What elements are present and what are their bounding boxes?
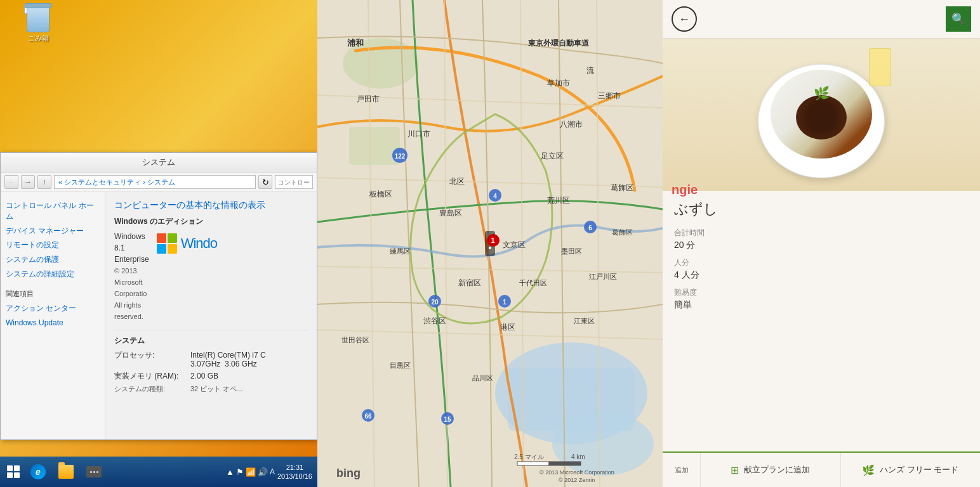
time-meta: 合計時間 20 分 [674, 228, 969, 251]
system-window: システム ← → ↑ « システムとセキュリティ › システム ↻ コントロール… [0, 152, 317, 440]
related-section-title: 関連項目 [6, 289, 100, 299]
windows-logo-text: Windo [181, 235, 217, 252]
plate-container: 🌿 [745, 45, 897, 185]
back-button[interactable]: ← [672, 6, 697, 32]
recipe-photo: 🌿 [663, 39, 980, 191]
svg-text:世田谷区: 世田谷区 [341, 336, 369, 344]
start-icon [7, 465, 20, 478]
desktop-panel: ごみ箱 システム ← → ↑ « システムとセキュリティ › システム ↻ コン… [0, 0, 317, 487]
svg-text:葛飾区: 葛飾区 [611, 183, 633, 192]
recycle-bin-label: ごみ箱 [28, 34, 49, 43]
svg-text:東京外環自動車道: 東京外環自動車道 [528, 39, 590, 48]
edition-text: Windows8.1Enterprise © 2013MicrosoftCorp… [114, 231, 149, 322]
svg-text:新宿区: 新宿区 [458, 278, 481, 287]
svg-text:板橋区: 板橋区 [369, 190, 392, 198]
sidebar-item-windows-update[interactable]: Windows Update [6, 316, 100, 330]
refresh-button[interactable]: ↻ [258, 175, 272, 189]
recipe-footer: 追加 ⊞ 献立プランに追加 🌿 ハンズ フリー モード [663, 451, 980, 487]
network-icon[interactable]: 📶 [246, 467, 256, 477]
svg-text:目黒区: 目黒区 [390, 361, 411, 369]
svg-text:北区: 北区 [449, 177, 465, 186]
sidebar-item-advanced[interactable]: システムの詳細設定 [6, 267, 100, 282]
hands-free-label: ハンズ フリー モード [880, 464, 958, 476]
svg-text:6: 6 [588, 224, 592, 231]
clock-date: 2013/10/16 [277, 472, 312, 480]
svg-text:江東区: 江東区 [574, 317, 595, 325]
garnish: 🌿 [814, 86, 830, 101]
clock[interactable]: 21:31 2013/10/16 [277, 463, 312, 481]
sidebar-item-home[interactable]: コントロール パネル ホーム [6, 198, 100, 224]
svg-text:江戸川区: 江戸川区 [589, 273, 617, 280]
main-heading: コンピューターの基本的な情報の表示 [114, 200, 308, 211]
search-button[interactable]: 🔍 [946, 6, 971, 32]
forward-nav-button[interactable]: → [21, 175, 35, 189]
svg-text:© 2012 Zenrin: © 2012 Zenrin [559, 477, 595, 483]
hands-free-button[interactable]: 🌿 ハンズ フリー モード [841, 453, 981, 487]
flag-systray-icon[interactable]: ⚑ [236, 467, 244, 477]
svg-rect-47 [517, 462, 549, 465]
language-icon[interactable]: A [270, 467, 275, 476]
main-content-area: コンピューターの基本的な情報の表示 Windows のエディション Window… [105, 192, 317, 439]
svg-rect-3 [508, 368, 635, 431]
breadcrumb-text: « システムとセキュリティ › システム [58, 178, 175, 187]
svg-text:足立区: 足立区 [541, 152, 564, 160]
difficulty-value: 簡単 [674, 299, 969, 311]
recipe-meta: 合計時間 20 分 人分 4 人分 難易度 簡単 [674, 228, 969, 311]
up-arrow-icon[interactable]: ▲ [226, 467, 234, 477]
sidebar-item-remote[interactable]: リモートの設定 [6, 238, 100, 252]
svg-text:戸田市: 戸田市 [357, 94, 380, 103]
memory-value: 2.00 GB [190, 372, 218, 380]
system-type-row: システムの種類: 32 ビット オペ... [114, 384, 308, 394]
system-section-header: システム [114, 335, 308, 346]
menu-plan-button[interactable]: ⊞ 献立プランに追加 [701, 453, 841, 487]
difficulty-meta: 難易度 簡単 [674, 287, 969, 311]
svg-text:港区: 港区 [500, 323, 515, 332]
sidebar-item-action-center[interactable]: アクション センター [6, 301, 100, 316]
svg-text:荒川区: 荒川区 [547, 196, 570, 205]
svg-text:66: 66 [364, 413, 372, 420]
drink-glass [869, 48, 891, 86]
svg-text:1: 1 [503, 299, 507, 306]
back-nav-button[interactable]: ← [4, 175, 18, 189]
recipe-title: ぶずし [674, 200, 969, 219]
address-bar[interactable]: « システムとセキュリティ › システム [54, 175, 256, 189]
window-title: システム [142, 157, 175, 168]
taskbar-keyboard-button[interactable] [80, 459, 108, 484]
food: 🌿 [771, 70, 872, 159]
time-value: 20 分 [674, 240, 969, 251]
taskbar-folder-button[interactable] [52, 459, 80, 484]
processor-row: プロセッサ: Intel(R) Core(TM) i7 C3.07GHz 3.0… [114, 350, 308, 368]
cookpad-logo: ngie [672, 183, 698, 197]
nav-bar: ← → ↑ « システムとセキュリティ › システム ↻ [1, 172, 317, 192]
sidebar-item-device-manager[interactable]: デバイス マネージャー [6, 224, 100, 238]
svg-text:20: 20 [431, 299, 439, 306]
search-input[interactable] [275, 175, 313, 189]
svg-text:墨田区: 墨田区 [561, 247, 582, 255]
recipe-image: 🌿 [663, 39, 980, 191]
start-button[interactable] [3, 461, 24, 483]
add-button[interactable]: 追加 [663, 453, 701, 487]
windows-logo: Windo [157, 233, 217, 254]
plate: 🌿 [758, 64, 885, 178]
recycle-bin-icon[interactable]: ごみ箱 [19, 6, 57, 43]
svg-text:4 km: 4 km [571, 453, 585, 460]
up-nav-button[interactable]: ↑ [37, 175, 51, 189]
system-type-label: システムの種類: [114, 384, 190, 394]
taskbar-ie-button[interactable]: e [24, 459, 52, 484]
notification-badge: 1 [487, 234, 500, 247]
svg-text:渋谷区: 渋谷区 [423, 316, 446, 325]
svg-rect-48 [549, 462, 581, 465]
map-panel[interactable]: 浦和 東京外環自動車道 流 草加市 三郷市 戸田市 八潮市 川口市 足立区 葛飾… [317, 0, 663, 487]
recipe-app-panel: ← 🔍 🌿 ngie ぶずし 合計時間 20 [663, 0, 980, 487]
volume-icon[interactable]: 🔊 [258, 467, 268, 477]
servings-meta: 人分 4 人分 [674, 257, 969, 281]
svg-text:© 2013 Microsoft Corporation: © 2013 Microsoft Corporation [540, 469, 614, 476]
sidebar-item-protection[interactable]: システムの保護 [6, 252, 100, 267]
svg-text:八潮市: 八潮市 [560, 120, 583, 129]
folder-icon [58, 465, 74, 479]
svg-text:122: 122 [395, 153, 406, 160]
processor-value: Intel(R) Core(TM) i7 C3.07GHz 3.06 GHz [190, 351, 266, 368]
svg-text:草加市: 草加市 [547, 79, 570, 88]
edition-details: Windows8.1Enterprise © 2013MicrosoftCorp… [114, 231, 149, 322]
system-tray: ▲ ⚑ 📶 🔊 A 21:31 2013/10/16 [226, 463, 315, 481]
